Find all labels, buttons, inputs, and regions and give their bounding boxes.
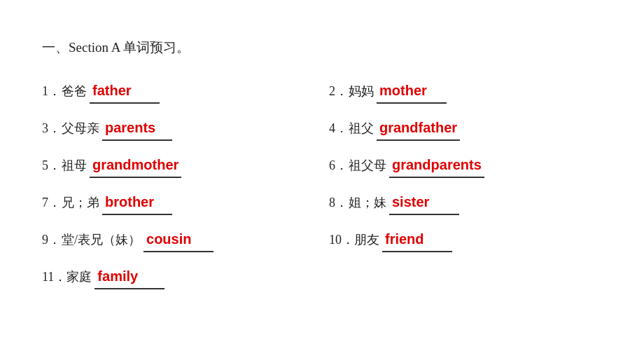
answer-text-1: father (90, 83, 134, 98)
vocab-grid: 1． 爸爸 father 2． 妈妈 mother 3． 父母亲 parents… (42, 72, 602, 295)
answer-text-8: sister (389, 194, 432, 210)
item-chinese-1: 爸爸 (62, 81, 87, 102)
item-chinese-10: 朋友 (354, 230, 379, 250)
answer-box-5: grandmother (90, 153, 181, 178)
answer-text-11: family (94, 268, 141, 284)
item-chinese-7: 兄；弟 (62, 193, 99, 213)
item-num-9: 9． (42, 230, 62, 250)
page-container: 一、Section A 单词预习。 1． 爸爸 father 2． 妈妈 mot… (0, 0, 644, 323)
answer-box-2: mother (377, 79, 447, 104)
item-num-11: 11． (42, 267, 66, 287)
item-num-10: 10． (329, 230, 354, 250)
vocab-item-5: 5． 祖母 grandmother (42, 146, 315, 184)
vocab-item-6: 6． 祖父母 grandparents (329, 146, 602, 184)
answer-box-1: father (90, 79, 160, 104)
item-num-6: 6． (329, 156, 349, 176)
vocab-item-4: 4． 祖父 grandfather (329, 109, 602, 146)
item-num-4: 4． (329, 118, 349, 139)
item-num-7: 7． (42, 193, 62, 213)
vocab-item-9: 9． 堂/表兄（妹） cousin (42, 221, 315, 258)
item-num-5: 5． (42, 156, 62, 176)
answer-box-6: grandparents (389, 153, 484, 178)
answer-text-7: brother (102, 194, 157, 210)
vocab-item-11: 11． 家庭 family (42, 258, 315, 295)
item-chinese-3: 父母亲 (62, 118, 99, 139)
item-num-2: 2． (329, 81, 349, 102)
item-chinese-4: 祖父 (349, 118, 374, 139)
answer-text-6: grandparents (389, 157, 484, 172)
answer-box-7: brother (102, 191, 172, 215)
vocab-item-8: 8． 姐；妹 sister (329, 184, 602, 221)
title-text: 一、Section A 单词预习。 (42, 40, 190, 55)
answer-text-10: friend (382, 231, 427, 247)
answer-text-4: grandfather (377, 120, 460, 135)
answer-box-11: family (94, 265, 164, 289)
item-chinese-11: 家庭 (66, 267, 92, 287)
answer-box-3: parents (102, 116, 172, 141)
answer-box-9: cousin (144, 228, 214, 252)
answer-text-5: grandmother (90, 157, 181, 172)
item-chinese-2: 妈妈 (349, 81, 374, 102)
vocab-item-1: 1． 爸爸 father (42, 72, 315, 109)
answer-text-3: parents (102, 120, 158, 135)
vocab-item-7: 7． 兄；弟 brother (42, 184, 315, 221)
vocab-item-2: 2． 妈妈 mother (329, 72, 602, 109)
answer-text-9: cousin (144, 231, 194, 247)
item-chinese-8: 姐；妹 (349, 193, 386, 213)
vocab-item-3: 3． 父母亲 parents (42, 109, 315, 146)
item-chinese-6: 祖父母 (349, 156, 386, 176)
item-num-8: 8． (329, 193, 349, 213)
item-chinese-9: 堂/表兄（妹） (62, 230, 141, 250)
item-num-3: 3． (42, 118, 62, 139)
item-num-1: 1． (42, 81, 62, 102)
vocab-item-10: 10． 朋友 friend (329, 221, 602, 258)
answer-box-4: grandfather (377, 116, 460, 141)
section-title: 一、Section A 单词预习。 (42, 39, 602, 57)
item-chinese-5: 祖母 (62, 156, 87, 176)
answer-box-8: sister (389, 191, 459, 215)
answer-box-10: friend (382, 228, 452, 252)
answer-text-2: mother (377, 83, 430, 98)
